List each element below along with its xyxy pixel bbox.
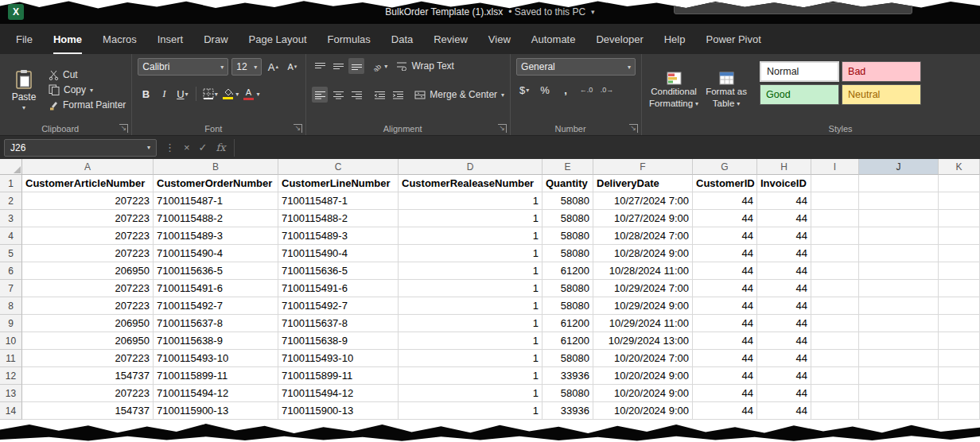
cell-E11[interactable]: 58080 — [542, 350, 593, 367]
cell-G11[interactable]: 44 — [693, 350, 757, 367]
cell-G13[interactable]: 44 — [693, 385, 757, 402]
menu-tab-power-pivot[interactable]: Power Pivot — [706, 24, 760, 54]
name-box[interactable]: J26 ▾ — [4, 139, 157, 157]
cell-F1[interactable]: DeliveryDate — [593, 175, 693, 192]
decrease-indent-button[interactable] — [371, 87, 387, 103]
cell-D10[interactable]: 1 — [399, 332, 542, 350]
cell-G1[interactable]: CustomerID — [693, 175, 757, 192]
cell-D4[interactable]: 1 — [399, 227, 542, 245]
cell-H8[interactable]: 44 — [757, 297, 811, 315]
bold-button[interactable]: B — [138, 86, 154, 102]
align-top-button[interactable] — [312, 58, 328, 74]
align-bottom-button[interactable] — [348, 58, 364, 74]
cut-button[interactable]: Cut — [49, 69, 126, 80]
cell-H12[interactable]: 44 — [757, 367, 811, 385]
cell-J9[interactable] — [859, 315, 939, 332]
cell-B13[interactable]: 7100115494-12 — [154, 385, 278, 402]
cell-K5[interactable] — [939, 245, 980, 262]
cell-A9[interactable]: 206950 — [22, 315, 154, 332]
menu-tab-developer[interactable]: Developer — [596, 24, 643, 54]
cell-D11[interactable]: 1 — [399, 350, 542, 367]
cell-B8[interactable]: 7100115492-7 — [154, 297, 278, 315]
row-header-9[interactable]: 9 — [0, 315, 22, 332]
cell-C10[interactable]: 7100115638-9 — [278, 332, 399, 350]
cell-I10[interactable] — [811, 332, 859, 350]
cell-I12[interactable] — [811, 367, 859, 385]
font-size-select[interactable]: 12 ▾ — [231, 58, 262, 76]
more-options-icon[interactable]: ⋮ — [165, 142, 175, 153]
cell-C2[interactable]: 7100115487-1 — [278, 192, 399, 210]
underline-button[interactable]: U▾ — [174, 86, 190, 102]
cell-G7[interactable]: 44 — [693, 280, 757, 297]
cell-K6[interactable] — [939, 262, 980, 280]
cell-J1[interactable] — [859, 175, 939, 192]
cell-K7[interactable] — [939, 280, 980, 297]
menu-tab-page-layout[interactable]: Page Layout — [249, 24, 307, 54]
cell-E1[interactable]: Quantity — [542, 175, 593, 192]
cell-G14[interactable]: 44 — [693, 402, 757, 420]
align-center-button[interactable] — [330, 87, 346, 103]
increase-indent-button[interactable] — [390, 87, 406, 103]
cell-A1[interactable]: CustomerArticleNumber — [22, 175, 154, 192]
fill-color-button[interactable]: ▾ — [220, 86, 239, 102]
cell-H7[interactable]: 44 — [757, 280, 811, 297]
row-header-1[interactable]: 1 — [0, 175, 22, 192]
cell-D2[interactable]: 1 — [399, 192, 542, 210]
cell-F3[interactable]: 10/27/2024 9:00 — [593, 210, 693, 227]
cell-I7[interactable] — [811, 280, 859, 297]
cell-C5[interactable]: 7100115490-4 — [278, 245, 399, 262]
cell-B10[interactable]: 7100115638-9 — [154, 332, 278, 350]
row-header-14[interactable]: 14 — [0, 402, 22, 420]
menu-tab-home[interactable]: Home — [53, 24, 82, 54]
row-header-12[interactable]: 12 — [0, 367, 22, 385]
cell-B2[interactable]: 7100115487-1 — [154, 192, 278, 210]
percent-style-button[interactable]: % — [537, 82, 553, 98]
cell-J2[interactable] — [859, 192, 939, 210]
cell-E6[interactable]: 61200 — [542, 262, 593, 280]
cell-A5[interactable]: 207223 — [22, 245, 154, 262]
cell-I9[interactable] — [811, 315, 859, 332]
column-header-F[interactable]: F — [593, 159, 693, 175]
cell-A11[interactable]: 207223 — [22, 350, 154, 367]
font-name-select[interactable]: Calibri ▾ — [138, 58, 228, 76]
cell-C11[interactable]: 7100115493-10 — [278, 350, 399, 367]
comma-style-button[interactable]: , — [558, 82, 574, 98]
cell-K8[interactable] — [939, 297, 980, 315]
cell-C9[interactable]: 7100115637-8 — [278, 315, 399, 332]
menu-tab-draw[interactable]: Draw — [204, 24, 228, 54]
title-chevron-icon[interactable]: ▾ — [591, 8, 595, 16]
cell-K10[interactable] — [939, 332, 980, 350]
column-header-J[interactable]: J — [859, 159, 939, 175]
cell-H1[interactable]: InvoiceID — [757, 175, 811, 192]
cell-I14[interactable] — [811, 402, 859, 420]
cell-F2[interactable]: 10/27/2024 7:00 — [593, 192, 693, 210]
row-header-7[interactable]: 7 — [0, 280, 22, 297]
cell-K14[interactable] — [939, 402, 980, 420]
cell-C14[interactable]: 7100115900-13 — [278, 402, 399, 420]
cell-G10[interactable]: 44 — [693, 332, 757, 350]
cell-C1[interactable]: CustomerLineNumber — [278, 175, 399, 192]
cell-F6[interactable]: 10/28/2024 11:00 — [593, 262, 693, 280]
column-header-A[interactable]: A — [22, 159, 154, 175]
cell-F5[interactable]: 10/28/2024 9:00 — [593, 245, 693, 262]
cell-F13[interactable]: 10/20/2024 9:00 — [593, 385, 693, 402]
cell-K1[interactable] — [939, 175, 980, 192]
column-header-K[interactable]: K — [939, 159, 980, 175]
copy-button[interactable]: Copy ▾ — [49, 84, 126, 95]
row-header-4[interactable]: 4 — [0, 227, 22, 245]
cell-B7[interactable]: 7100115491-6 — [154, 280, 278, 297]
merge-center-button[interactable]: Merge & Center ▾ — [414, 89, 504, 100]
cell-I1[interactable] — [811, 175, 859, 192]
cell-B14[interactable]: 7100115900-13 — [154, 402, 278, 420]
cell-K12[interactable] — [939, 367, 980, 385]
cell-H6[interactable]: 44 — [757, 262, 811, 280]
column-header-B[interactable]: B — [154, 159, 278, 175]
cell-D9[interactable]: 1 — [399, 315, 542, 332]
cell-A10[interactable]: 206950 — [22, 332, 154, 350]
cell-D6[interactable]: 1 — [399, 262, 542, 280]
cell-B9[interactable]: 7100115637-8 — [154, 315, 278, 332]
cell-J6[interactable] — [859, 262, 939, 280]
cell-H14[interactable]: 44 — [757, 402, 811, 420]
cell-I4[interactable] — [811, 227, 859, 245]
align-right-button[interactable] — [348, 87, 364, 103]
